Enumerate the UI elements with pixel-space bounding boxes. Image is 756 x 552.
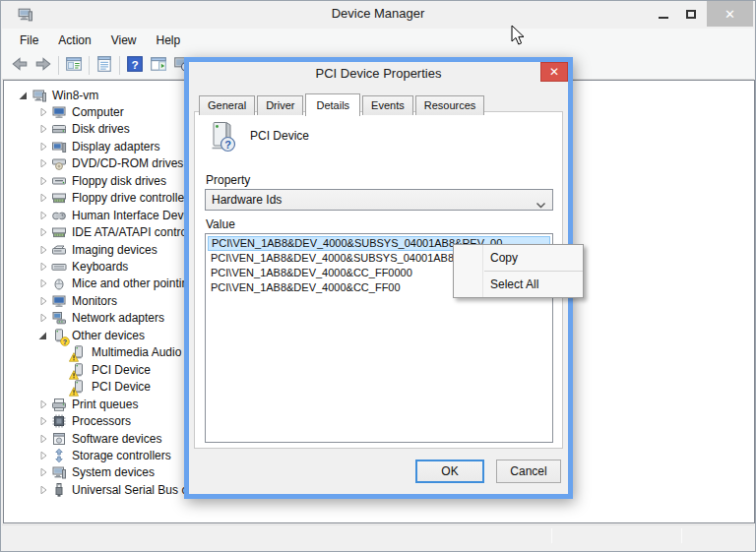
tree-item-win8-vm[interactable]: Win8-vm — [16, 87, 98, 103]
tree-item-disk-drives[interactable]: Disk drives — [35, 121, 130, 138]
tree-item-other-devices[interactable]: ?Other devices — [35, 327, 145, 343]
display-icon — [51, 139, 67, 154]
controller-icon — [51, 190, 67, 206]
expand-arrow-icon[interactable] — [35, 208, 51, 223]
dialog-title: PCI Device Properties — [189, 62, 568, 86]
toolbar-back-button[interactable] — [8, 55, 32, 77]
toolbar-console-tree-button[interactable] — [62, 55, 86, 77]
tree-item-keyboards[interactable]: Keyboards — [35, 259, 128, 276]
mouse-icon — [51, 276, 67, 291]
property-dropdown[interactable]: Hardware Ids — [205, 189, 553, 211]
expand-arrow-icon[interactable] — [35, 121, 51, 137]
tree-item-label: Floppy disk drives — [72, 174, 166, 188]
titlebar: Device Manager ✕ — [1, 1, 755, 29]
tree-item-pci-device[interactable]: PCI Device — [55, 361, 151, 378]
expand-arrow-icon[interactable] — [35, 482, 51, 498]
processor-icon — [51, 413, 67, 429]
tree-item-human-interface-devices[interactable]: Human Interface Devices — [35, 207, 205, 223]
svg-text:?: ? — [131, 57, 138, 71]
toolbar-help-button[interactable]: ? — [123, 55, 147, 77]
svg-text:?: ? — [224, 139, 231, 151]
ok-button[interactable]: OK — [415, 460, 484, 483]
toolbar-forward-button[interactable] — [32, 55, 55, 77]
tree-item-monitors[interactable]: Monitors — [35, 292, 117, 309]
monitor-icon — [51, 293, 67, 309]
tree-item-label: Processors — [72, 414, 131, 428]
expand-arrow-icon[interactable] — [35, 431, 51, 447]
expand-arrow-icon[interactable] — [35, 242, 51, 258]
tree-item-label: Network adapters — [72, 311, 164, 325]
collapse-arrow-icon[interactable] — [16, 88, 32, 103]
tree-item-dvd-cd-rom-drives[interactable]: DVD/CD-ROM drives — [35, 155, 183, 172]
status-bar — [2, 524, 754, 546]
console-tree-icon — [65, 55, 83, 77]
expand-arrow-icon[interactable] — [35, 397, 51, 412]
expand-arrow-icon[interactable] — [35, 139, 51, 154]
cancel-button[interactable]: Cancel — [496, 460, 561, 483]
context-menu-item-select-all[interactable]: Select All — [454, 274, 583, 295]
expand-arrow-icon[interactable] — [35, 259, 51, 275]
tree-item-system-devices[interactable]: System devices — [35, 464, 155, 481]
tree-item-label: Other devices — [72, 329, 145, 342]
tree-item-print-queues[interactable]: Print queues — [35, 396, 138, 412]
tree-item-label: Win8-vm — [52, 89, 98, 102]
tree-item-label: Imaging devices — [72, 243, 158, 257]
tree-item-software-devices[interactable]: Software devices — [35, 430, 161, 447]
close-button[interactable]: ✕ — [707, 1, 753, 27]
expand-arrow-icon[interactable] — [35, 310, 51, 326]
maximize-button[interactable] — [678, 1, 704, 27]
tree-item-imaging-devices[interactable]: Imaging devices — [35, 241, 158, 258]
tree-item-storage-controllers[interactable]: Storage controllers — [35, 447, 171, 463]
expand-arrow-icon[interactable] — [35, 104, 51, 120]
context-menu-item-copy[interactable]: Copy — [454, 247, 583, 269]
expand-arrow-icon[interactable] — [35, 464, 51, 480]
warning-badge-icon — [69, 386, 79, 396]
tab-driver[interactable]: Driver — [257, 95, 303, 115]
window-title: Device Manager — [1, 6, 755, 21]
tree-item-pci-device[interactable]: PCI Device — [55, 379, 151, 396]
hid-icon — [51, 208, 67, 223]
toolbar-properties-button[interactable] — [93, 55, 116, 77]
imaging-icon — [51, 242, 67, 258]
back-icon — [11, 55, 29, 77]
tree-item-label: Monitors — [72, 294, 117, 308]
expand-arrow-icon[interactable] — [35, 155, 51, 171]
tree-item-display-adapters[interactable]: Display adapters — [35, 138, 159, 154]
menu-item-file[interactable]: File — [10, 30, 48, 51]
tab-events[interactable]: Events — [362, 95, 413, 115]
tab-general[interactable]: General — [199, 95, 255, 115]
tree-item-computer[interactable]: Computer — [35, 103, 124, 120]
expand-arrow-icon[interactable] — [35, 293, 51, 309]
expand-arrow-icon[interactable] — [35, 276, 51, 291]
tab-details[interactable]: Details — [305, 93, 360, 116]
expand-arrow-icon[interactable] — [35, 413, 51, 429]
tab-resources[interactable]: Resources — [415, 95, 485, 115]
tree-item-label: DVD/CD-ROM drives — [72, 156, 183, 170]
menu-item-help[interactable]: Help — [147, 30, 191, 51]
mouse-cursor-icon — [511, 25, 526, 50]
menu-bar: FileActionViewHelp — [2, 29, 754, 52]
tree-item-network-adapters[interactable]: Network adapters — [35, 310, 164, 327]
expand-arrow-icon[interactable] — [35, 224, 51, 240]
tree-item-floppy-drive-controllers[interactable]: Floppy drive controllers — [35, 190, 194, 207]
help-icon: ? — [126, 55, 144, 77]
tree-item-processors[interactable]: Processors — [35, 413, 131, 430]
toolbar-action-pane-button[interactable] — [147, 55, 170, 77]
expand-arrow-icon[interactable] — [35, 448, 51, 463]
tree-item-floppy-disk-drives[interactable]: Floppy disk drives — [35, 172, 166, 189]
dvd-icon — [51, 155, 67, 171]
property-label: Property — [206, 173, 250, 187]
expand-arrow-icon[interactable] — [35, 173, 51, 189]
menu-item-action[interactable]: Action — [48, 30, 100, 51]
minimize-button[interactable] — [651, 1, 676, 27]
property-dropdown-value: Hardware Ids — [212, 193, 282, 207]
device-icon: ? — [51, 328, 67, 343]
warning-badge-icon — [69, 369, 79, 379]
expand-arrow-icon[interactable] — [35, 190, 51, 206]
menu-item-view[interactable]: View — [101, 30, 147, 51]
tree-item-ide-ata-atapi-controllers[interactable]: IDE ATA/ATAPI controllers — [35, 224, 209, 241]
close-icon: ✕ — [549, 65, 559, 79]
toolbar-separator — [58, 56, 59, 75]
dialog-close-button[interactable]: ✕ — [540, 62, 568, 82]
collapse-arrow-icon[interactable] — [35, 328, 51, 343]
